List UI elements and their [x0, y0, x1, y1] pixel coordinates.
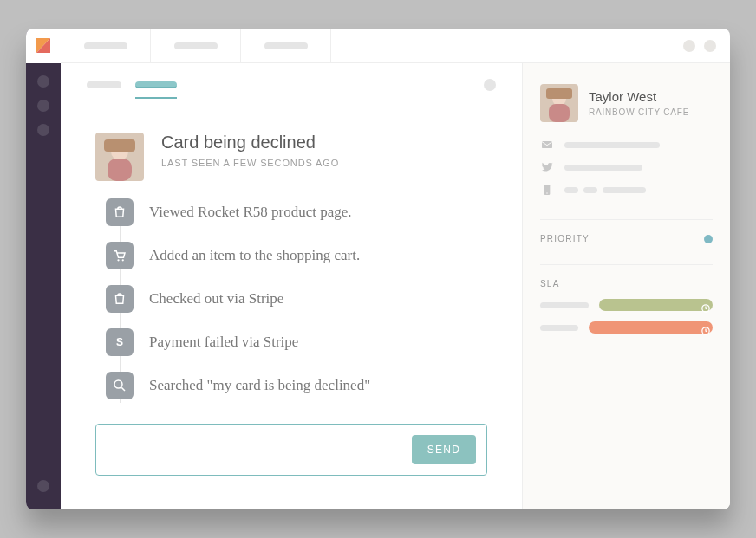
event-text: Payment failed via Stripe	[149, 334, 298, 351]
priority-indicator[interactable]	[704, 235, 713, 243]
subtab-action[interactable]	[484, 79, 496, 91]
customer-org: RAINBOW CITY CAFE	[589, 107, 689, 117]
search-icon	[106, 372, 134, 399]
phone-icon	[540, 183, 554, 197]
event-row: Viewed Rocket R58 product page.	[106, 198, 487, 226]
svg-rect-13	[549, 104, 570, 122]
bag-icon	[106, 285, 134, 313]
conversation-panel: Card being declined LAST SEEN A FEW SECO…	[61, 63, 522, 509]
svg-rect-14	[546, 88, 572, 99]
cart-icon	[106, 242, 134, 269]
sla-row-1	[540, 299, 713, 311]
event-text: Checked out via Stripe	[149, 290, 284, 308]
event-text: Viewed Rocket R58 product page.	[149, 204, 352, 221]
ticket-subtitle: LAST SEEN A FEW SECONDS AGO	[161, 158, 339, 168]
svg-text:S: S	[116, 336, 123, 348]
svg-point-7	[122, 259, 124, 261]
customer-avatar	[95, 133, 144, 181]
svg-point-17	[546, 192, 547, 193]
nav-dot-3[interactable]	[37, 124, 49, 136]
send-button[interactable]: SEND	[412, 435, 476, 464]
customer-panel: Taylor West RAINBOW CITY CAFE	[522, 63, 730, 509]
tab-1[interactable]	[61, 29, 151, 62]
nav-dot-2[interactable]	[37, 100, 49, 112]
contact-email[interactable]	[540, 138, 713, 152]
contact-twitter[interactable]	[540, 160, 713, 174]
nav-dot-1[interactable]	[37, 75, 49, 88]
event-row: S Payment failed via Stripe	[106, 328, 487, 356]
tab-2[interactable]	[151, 29, 241, 62]
svg-rect-4	[108, 159, 132, 181]
svg-rect-5	[104, 139, 135, 152]
tab-3[interactable]	[241, 29, 331, 62]
clock-icon	[701, 323, 710, 332]
customer-avatar-small	[540, 84, 578, 122]
subtab-2-active[interactable]	[135, 81, 177, 88]
sla-bar-ok	[599, 299, 713, 311]
sla-label: SLA	[540, 279, 713, 288]
event-row: Added an item to the shopping cart.	[106, 242, 487, 269]
header-action-1[interactable]	[683, 40, 695, 52]
ticket-title: Card being declined	[161, 133, 339, 152]
twitter-icon	[540, 160, 554, 174]
event-text: Searched "my card is being declined"	[149, 377, 370, 394]
email-icon	[540, 138, 554, 152]
event-row: Checked out via Stripe	[106, 285, 487, 313]
top-tabs	[61, 29, 730, 63]
bag-icon	[106, 198, 134, 226]
main-area: Card being declined LAST SEEN A FEW SECO…	[61, 29, 730, 509]
sla-bar-warn	[589, 321, 713, 334]
reply-input[interactable]: SEND	[95, 424, 487, 476]
event-text: Added an item to the shopping cart.	[149, 247, 360, 264]
nav-dot-bottom[interactable]	[37, 480, 49, 492]
stripe-icon: S	[106, 328, 134, 356]
svg-point-6	[117, 259, 119, 261]
svg-rect-15	[542, 141, 552, 148]
sla-row-2	[540, 321, 713, 334]
app-logo[interactable]	[26, 29, 61, 63]
svg-line-10	[121, 387, 125, 391]
app-window: Card being declined LAST SEEN A FEW SECO…	[26, 29, 730, 509]
header-action-2[interactable]	[704, 40, 716, 52]
customer-name: Taylor West	[589, 89, 689, 104]
priority-label: PRIORITY	[540, 234, 590, 243]
svg-point-9	[114, 380, 122, 388]
subtab-1[interactable]	[87, 81, 121, 88]
contact-phone[interactable]	[540, 183, 713, 197]
event-timeline: Viewed Rocket R58 product page. Added an…	[61, 198, 522, 415]
left-rail	[26, 29, 61, 509]
event-row: Searched "my card is being declined"	[106, 372, 487, 399]
clock-icon	[701, 301, 710, 309]
